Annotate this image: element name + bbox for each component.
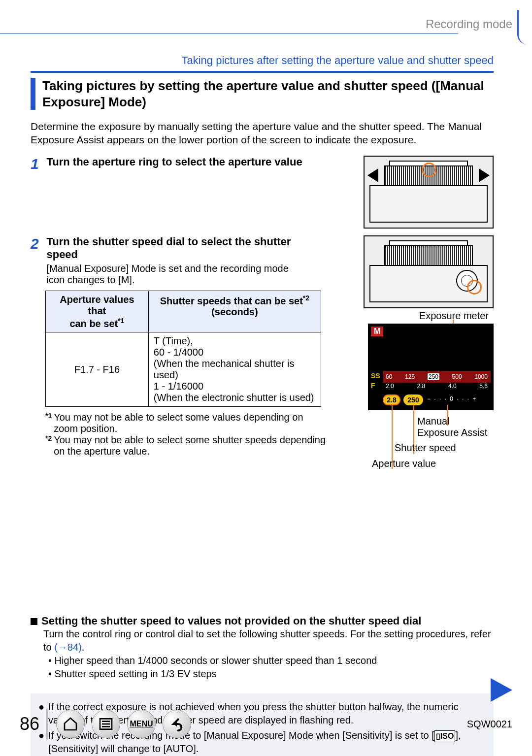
header-rule — [0, 33, 458, 34]
page-link-84[interactable]: (→84) — [54, 642, 82, 653]
sub-bullet-2: Shutter speed setting in 1/3 EV steps — [55, 668, 217, 679]
exposure-meter-label: Exposure meter — [368, 310, 494, 322]
breadcrumb-rule — [31, 71, 494, 73]
footnotes: *1 You may not be able to select some va… — [45, 412, 326, 457]
sub-section: Setting the shutter speed to values not … — [31, 615, 494, 681]
table-header-shutter: Shutter speeds that can be set*2 (second… — [148, 291, 321, 332]
aperture-pill: 2.8 — [383, 394, 400, 405]
next-page-arrow-icon[interactable] — [491, 678, 512, 702]
list-icon[interactable] — [92, 710, 120, 738]
f-label: F — [371, 382, 375, 390]
sub-section-heading: Setting the shutter speed to values not … — [41, 615, 421, 627]
step-1-title: Turn the aperture ring to select the ape… — [46, 156, 302, 168]
table-cell-shutter: T (Time), 60 - 1/4000 (When the mechanic… — [148, 332, 321, 407]
step-1: 1 Turn the aperture ring to select the a… — [31, 156, 494, 229]
exposure-meter-block: Exposure meter M SS F 60 125 250 500 100… — [368, 310, 494, 410]
arrow-left-icon — [367, 168, 378, 182]
step-2-number: 2 — [31, 235, 44, 252]
page-tab-corner — [517, 10, 532, 44]
step-1-number: 1 — [31, 156, 44, 172]
menu-button[interactable]: MENU — [127, 710, 156, 738]
arrow-right-icon — [479, 168, 490, 182]
table-header-aperture: Aperture values that can be set*1 — [46, 291, 149, 332]
mode-m-badge: M — [371, 327, 383, 336]
page-number: 86 — [20, 714, 39, 734]
intro-paragraph: Determine the exposure by manually setti… — [31, 120, 494, 147]
callout-shutter: Shutter speed — [395, 442, 456, 454]
settings-table: Aperture values that can be set*1 Shutte… — [45, 291, 321, 407]
callout-manual-1: Manual — [417, 416, 450, 427]
table-cell-aperture: F1.7 - F16 — [46, 332, 149, 407]
square-bullet-icon — [31, 618, 37, 625]
highlight-circle-icon — [467, 280, 482, 295]
shutter-dial-illustration — [364, 235, 494, 308]
page-title: Taking pictures by setting the aperture … — [31, 78, 494, 110]
breadcrumb: Taking pictures after setting the apertu… — [31, 54, 494, 67]
step-2-subtext: [Manual Exposure] Mode is set and the re… — [46, 263, 302, 286]
footer: 86 MENU SQW0021 — [20, 707, 512, 741]
callout-aperture: Aperture value — [372, 458, 436, 469]
camera-screen: M SS F 60 125 250 500 1000 2.0 2.8 4.0 5… — [368, 324, 494, 410]
callout-manual-2: Exposure Assist — [417, 427, 487, 438]
ss-label: SS — [371, 372, 380, 380]
f-scale: 2.0 2.8 4.0 5.6 — [383, 383, 491, 393]
mode-label: Recording mode — [426, 17, 512, 31]
step-2-title: Turn the shutter speed dial to select th… — [46, 235, 291, 261]
sub-bullet-1: Higher speed than 1/4000 seconds or slow… — [55, 655, 377, 666]
sub-body-text-a: Turn the control ring or control dial to… — [43, 628, 491, 653]
ss-scale: 60 125 250 500 1000 — [383, 371, 491, 383]
ev-meter: − · · · 0 · · · + — [427, 395, 489, 404]
back-icon[interactable] — [163, 710, 191, 738]
home-icon[interactable] — [56, 710, 85, 738]
shutter-pill: 250 — [403, 394, 423, 405]
highlight-circle-icon — [422, 163, 436, 177]
aperture-ring-illustration — [364, 156, 494, 229]
document-code: SQW0021 — [467, 719, 512, 730]
